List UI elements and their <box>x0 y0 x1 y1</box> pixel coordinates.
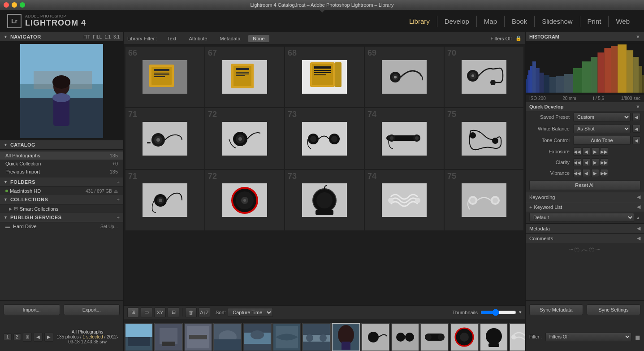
filmstrip-prev-btn[interactable]: ◀ <box>34 333 43 342</box>
nav-web[interactable]: Web <box>609 16 637 27</box>
filmstrip-thumb-11[interactable] <box>420 323 449 351</box>
preset-prev-arrow[interactable]: ◀ <box>632 113 640 121</box>
filmstrip-photos[interactable] <box>124 319 525 351</box>
histogram-collapse[interactable]: ▼ <box>635 34 640 39</box>
metadata-collapse[interactable]: ◀ <box>637 225 640 231</box>
nav-slideshow[interactable]: Slideshow <box>535 16 580 27</box>
exposure-fast-fwd[interactable]: ▶▶ <box>600 147 608 156</box>
maximize-button[interactable] <box>20 2 25 8</box>
nav-print[interactable]: Print <box>580 16 609 27</box>
vibrance-back[interactable]: ◀ <box>582 169 590 177</box>
catalog-item-prev[interactable]: Previous Import 135 <box>0 168 123 176</box>
photo-cell-7[interactable]: 72 <box>205 108 284 169</box>
exposure-fwd[interactable]: ▶ <box>591 147 599 156</box>
publish-add[interactable]: + <box>117 215 120 220</box>
reset-all-btn[interactable]: Reset All <box>529 180 640 190</box>
vibrance-fast-fwd[interactable]: ▶▶ <box>600 169 608 177</box>
folder-eject[interactable]: ⏏ <box>114 189 118 194</box>
vibrance-fwd[interactable]: ▶ <box>591 169 599 177</box>
exposure-fast-back[interactable]: ◀◀ <box>573 147 581 156</box>
filmstrip-thumb-12[interactable] <box>450 323 479 351</box>
navigator-image[interactable] <box>0 42 123 140</box>
photo-cell-9[interactable]: 74 <box>365 108 444 169</box>
filter-text-btn[interactable]: Text <box>163 35 181 42</box>
close-button[interactable] <box>4 2 9 8</box>
compare-view-btn[interactable]: XY <box>154 308 166 317</box>
sync-settings-btn[interactable]: Sync Settings <box>587 304 640 315</box>
folders-add[interactable]: + <box>117 179 120 185</box>
photo-cell-8[interactable]: 73 <box>285 108 364 169</box>
lock-icon[interactable]: 🔒 <box>515 35 522 41</box>
keyword-list-collapse[interactable]: ◀ <box>637 204 640 210</box>
smart-collections-item[interactable]: ▶ ⊞ Smart Collections <box>0 204 123 213</box>
wb-prev-arrow[interactable]: ◀ <box>632 125 640 133</box>
filmstrip-collapse-btn[interactable]: ◼ <box>635 334 640 341</box>
publish-setup-btn[interactable]: Set Up... <box>100 224 118 229</box>
collections-header[interactable]: ▼ Collections + <box>0 195 123 204</box>
filmstrip-thumb-8[interactable] <box>332 323 360 351</box>
nav-map[interactable]: Map <box>477 16 505 27</box>
keyword-list-header[interactable]: + Keyword List ◀ <box>526 202 644 212</box>
comments-header[interactable]: Comments ◀ <box>526 233 644 243</box>
photo-cell-6[interactable]: 71 <box>125 108 204 169</box>
metadata-header[interactable]: Metadata ◀ <box>526 223 644 233</box>
catalog-header[interactable]: ▼ Catalog <box>0 140 123 150</box>
filmstrip-thumb-13[interactable] <box>480 323 508 351</box>
vibrance-fast-back[interactable]: ◀◀ <box>573 169 581 177</box>
nav-develop[interactable]: Develop <box>437 16 477 27</box>
survey-view-btn[interactable]: ⊟ <box>168 308 179 317</box>
photo-cell-15[interactable]: 75 <box>445 170 523 230</box>
white-balance-select[interactable]: As Shot <box>573 124 631 133</box>
clarity-fwd[interactable]: ▶ <box>591 158 599 166</box>
publish-hard-drive[interactable]: ▬ Hard Drive Set Up... <box>0 222 123 230</box>
import-button[interactable]: Import... <box>4 304 60 315</box>
photo-cell-13[interactable]: 73 <box>285 170 364 230</box>
page-1-badge[interactable]: 1 <box>4 334 12 340</box>
publish-header[interactable]: ▼ Publish Services + <box>0 213 123 222</box>
filmstrip-thumb-1[interactable] <box>125 323 153 351</box>
nav-book[interactable]: Book <box>505 16 535 27</box>
folders-header[interactable]: ▼ Folders + <box>0 178 123 187</box>
quick-develop-collapse[interactable]: ▼ <box>635 104 640 109</box>
sort-select[interactable]: Capture Time <box>228 308 273 317</box>
window-controls[interactable] <box>4 2 25 8</box>
filmstrip-thumb-5[interactable] <box>243 323 272 351</box>
nav-fill[interactable]: FILL <box>93 35 102 39</box>
export-button[interactable]: Export... <box>64 304 120 315</box>
kw-default-select[interactable]: Default <box>529 213 634 222</box>
page-2-badge[interactable]: 2 <box>13 334 22 340</box>
filter-attribute-btn[interactable]: Attribute <box>184 35 212 42</box>
auto-tone-btn[interactable]: Auto Tone <box>573 136 631 145</box>
collections-add[interactable]: + <box>117 197 120 202</box>
delete-btn[interactable]: 🗑 <box>185 308 197 317</box>
saved-preset-select[interactable]: Custom <box>573 113 631 121</box>
folder-macintosh[interactable]: Macintosh HD 431 / 697 GB ⏏ <box>0 187 123 195</box>
photo-grid[interactable]: 66 67 <box>124 45 525 305</box>
loupe-view-btn[interactable]: ▭ <box>141 308 152 317</box>
photo-cell-5[interactable]: 70 <box>445 47 523 107</box>
keywording-header[interactable]: Keywording ◀ <box>526 192 644 202</box>
quick-develop-header[interactable]: Quick Develop ▼ <box>526 102 644 111</box>
sort-alpha-btn[interactable]: A↓Z <box>199 308 210 317</box>
catalog-item-quick[interactable]: Quick Collection + 0 <box>0 160 123 168</box>
thumbnail-slider[interactable] <box>480 309 516 316</box>
keyword-plus[interactable]: + <box>529 204 532 210</box>
minimize-button[interactable] <box>12 2 17 8</box>
expand-btn[interactable]: ▾ <box>519 309 522 315</box>
clarity-back[interactable]: ◀ <box>582 158 590 166</box>
photo-cell-3[interactable]: 68 <box>285 47 364 107</box>
navigator-header[interactable]: ▼ Navigator FIT FILL 1:1 3:1 <box>0 32 123 42</box>
keywording-collapse[interactable]: ◀ <box>637 194 640 200</box>
nav-1-1[interactable]: 1:1 <box>104 35 111 39</box>
nav-library[interactable]: Library <box>402 16 437 27</box>
filmstrip-thumb-10[interactable] <box>391 323 419 351</box>
filter-metadata-btn[interactable]: Metadata <box>215 35 245 42</box>
filmstrip-thumb-6[interactable] <box>272 323 301 351</box>
photo-cell-14[interactable]: 74 <box>365 170 444 230</box>
filmstrip-thumb-14[interactable] <box>509 323 525 351</box>
nav-fit[interactable]: FIT <box>83 35 90 39</box>
photo-cell-10[interactable]: 75 <box>445 108 523 169</box>
filmstrip-thumb-4[interactable] <box>213 323 242 351</box>
filmstrip-filter-select[interactable]: Filters Off <box>545 333 631 341</box>
filmstrip-thumb-9[interactable] <box>361 323 390 351</box>
